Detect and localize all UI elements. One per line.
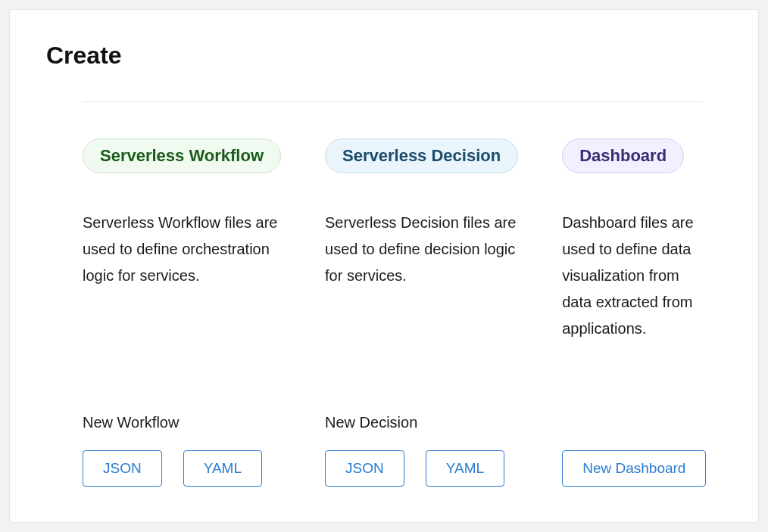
action-label-workflow: New Workflow <box>83 414 281 435</box>
description-serverless-workflow: Serverless Workflow files are used to de… <box>83 210 281 376</box>
action-label-decision: New Decision <box>325 414 518 435</box>
badge-serverless-workflow: Serverless Workflow <box>83 138 281 173</box>
column-serverless-workflow: Serverless Workflow Serverless Workflow … <box>83 138 281 487</box>
columns-container: Serverless Workflow Serverless Workflow … <box>46 138 722 487</box>
action-label-dashboard <box>562 414 706 435</box>
action-block-decision: New Decision JSON YAML <box>325 414 518 487</box>
workflow-yaml-button[interactable]: YAML <box>183 450 262 487</box>
decision-json-button[interactable]: JSON <box>325 450 404 487</box>
action-block-dashboard: New Dashboard <box>562 414 706 487</box>
badge-dashboard: Dashboard <box>562 138 684 173</box>
description-dashboard: Dashboard files are used to define data … <box>562 210 706 376</box>
create-card: Create Serverless Workflow Serverless Wo… <box>9 9 759 523</box>
description-serverless-decision: Serverless Decision files are used to de… <box>325 210 518 376</box>
button-row-workflow: JSON YAML <box>83 450 281 487</box>
column-dashboard: Dashboard Dashboard files are used to de… <box>562 138 706 487</box>
new-dashboard-button[interactable]: New Dashboard <box>562 450 706 487</box>
action-block-workflow: New Workflow JSON YAML <box>83 414 281 487</box>
decision-yaml-button[interactable]: YAML <box>426 450 504 487</box>
column-serverless-decision: Serverless Decision Serverless Decision … <box>325 138 518 487</box>
workflow-json-button[interactable]: JSON <box>83 450 162 487</box>
page-title: Create <box>46 42 722 70</box>
divider <box>83 101 704 102</box>
button-row-dashboard: New Dashboard <box>562 450 706 487</box>
button-row-decision: JSON YAML <box>325 450 518 487</box>
badge-serverless-decision: Serverless Decision <box>325 138 518 173</box>
